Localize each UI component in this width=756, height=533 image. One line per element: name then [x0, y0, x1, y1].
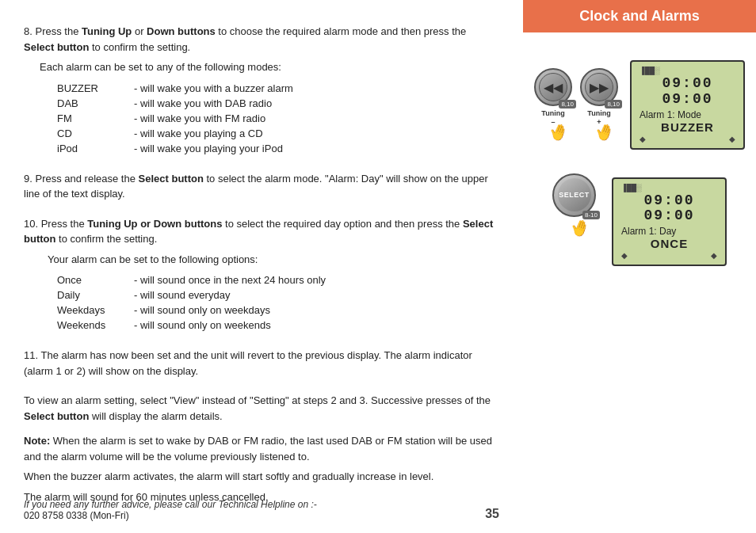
- mode-desc: - will wake you playing a CD: [130, 127, 293, 140]
- options-table: Once - will sound once in the next 24 ho…: [55, 272, 327, 333]
- table-row: Weekdays - will sound only on weekdays: [57, 303, 326, 317]
- bottom-time-row2: 09:00: [621, 208, 717, 224]
- tuning-left-num: 8,10: [559, 100, 576, 109]
- top-lcd-arrows: ◆ ◆: [640, 135, 735, 143]
- option-desc: - will sound only on weekdays: [130, 303, 326, 317]
- step-10-subtitle: Your alarm can be set to the following o…: [48, 252, 499, 268]
- step-10-bold1: Tuning Up or Down buttons: [87, 218, 222, 230]
- mode-key: DAB: [57, 97, 128, 110]
- top-lcd-time: 09:00 09:00: [640, 76, 735, 108]
- hand-select-icon: 🤚: [567, 215, 593, 240]
- footer-italic: If you need any further advice, please c…: [24, 499, 317, 510]
- bottom-image-row: SELECT 8-10 🤚 ▐██░ 09: [531, 173, 748, 267]
- bottom-lcd-battery-icon: ▐██░: [621, 184, 642, 192]
- note-section: Note: When the alarm is set to wake by D…: [24, 433, 499, 504]
- bottom-lcd-top-row: ▐██░: [621, 184, 717, 192]
- table-row: Weekends - will sound only on weekends: [57, 318, 326, 332]
- view-alarm-bold: Select button: [24, 410, 89, 422]
- tuning-left-group: ◀◀ 8,10 Tuning– 🤚: [534, 68, 572, 142]
- section-title: Clock and Alarms: [579, 8, 699, 24]
- bottom-lcd-display: ▐██░ 09:00 09:00 Alarm 1: Day ONCE ◆ ◆: [612, 177, 727, 267]
- tuning-right-group: ▶▶ 8,10 Tuning+ 🤚: [580, 68, 618, 142]
- lcd-top-row: ▐██░: [640, 67, 735, 74]
- step-8-text: 8. Press the Tuning Up or Down buttons t…: [24, 24, 499, 55]
- tuning-right-wrap: ▶▶ 8,10: [580, 68, 618, 106]
- lcd-battery-icon: ▐██░: [640, 67, 660, 74]
- view-alarm-before: To view an alarm setting, select "View" …: [24, 394, 491, 406]
- left-content: 8. Press the Tuning Up or Down buttons t…: [0, 0, 523, 533]
- step-9-before: Press and release the: [35, 173, 138, 185]
- tuning-right-arrow-icon: ▶▶: [590, 80, 609, 95]
- view-alarm-block: To view an alarm setting, select "View" …: [24, 393, 499, 424]
- step-10-text: 10. Press the Tuning Up or Down buttons …: [24, 216, 499, 247]
- view-alarm-end: will display the alarm details.: [89, 410, 222, 422]
- step-10-after: to select the required day option and th…: [222, 218, 463, 230]
- note-label: Note:: [24, 435, 50, 447]
- page-container: 8. Press the Tuning Up or Down buttons t…: [0, 0, 756, 533]
- device-images: ◀◀ 8,10 Tuning– 🤚 ▶▶: [523, 48, 756, 266]
- bottom-lcd-label: Alarm 1: Day: [621, 226, 717, 237]
- right-panel: Clock and Alarms ◀◀ 8,10 Tuning–: [523, 0, 756, 533]
- bottom-lcd-wrap: ▐██░ 09:00 09:00 Alarm 1: Day ONCE ◆ ◆: [612, 177, 727, 267]
- select-num: 8-10: [582, 211, 600, 219]
- step-8: 8. Press the Tuning Up or Down buttons t…: [24, 24, 499, 157]
- step-8-or: or: [132, 25, 147, 37]
- step-8-bold3: Select button: [24, 41, 89, 53]
- note-text1: When the alarm is set to wake by DAB or …: [24, 435, 492, 463]
- option-key: Daily: [57, 288, 128, 302]
- table-row: DAB - will wake you with DAB radio: [57, 97, 293, 110]
- section-header: Clock and Alarms: [523, 0, 756, 32]
- bottom-arrow-left-icon: ◆: [621, 251, 628, 260]
- mode-desc: - will wake you with a buzzer alarm: [130, 82, 293, 95]
- top-lcd-wrap: ▐██░ 09:00 09:00 Alarm 1: Mode BUZZER ◆ …: [630, 60, 745, 150]
- step-8-number: 8.: [24, 25, 32, 37]
- step-8-bold1: Tuning Up: [82, 25, 132, 37]
- table-row: Daily - will sound everyday: [57, 288, 326, 302]
- mode-key: BUZZER: [57, 82, 128, 95]
- top-lcd-label: Alarm 1: Mode: [640, 109, 735, 120]
- mode-key: CD: [57, 127, 128, 140]
- step-11-number: 11.: [24, 349, 38, 361]
- tuning-left-wrap: ◀◀ 8,10: [534, 68, 572, 106]
- page-number: 35: [485, 507, 499, 521]
- option-key: Once: [57, 273, 128, 287]
- table-row: Once - will sound once in the next 24 ho…: [57, 273, 326, 287]
- step-10-before: Press the: [41, 218, 88, 230]
- table-row: BUZZER - will wake you with a buzzer ala…: [57, 82, 293, 95]
- step-8-before: Press the: [35, 25, 82, 37]
- bottom-time-row1: 09:00: [621, 193, 717, 209]
- footer: If you need any further advice, please c…: [24, 499, 317, 521]
- option-key: Weekends: [57, 318, 128, 332]
- arrow-left-icon: ◆: [640, 135, 646, 143]
- mode-desc: - will wake you with FM radio: [130, 112, 293, 125]
- step-9-number: 9.: [24, 173, 32, 185]
- note-p1: Note: When the alarm is set to wake by D…: [24, 433, 499, 464]
- mode-desc: - will wake you with DAB radio: [130, 97, 293, 110]
- modes-table: BUZZER - will wake you with a buzzer ala…: [55, 80, 295, 157]
- table-row: CD - will wake you playing a CD: [57, 127, 293, 140]
- step-11: 11. The alarm has now been set and the u…: [24, 348, 499, 379]
- table-row: FM - will wake you with FM radio: [57, 112, 293, 125]
- option-desc: - will sound once in the next 24 hours o…: [130, 273, 326, 287]
- top-lcd-display: ▐██░ 09:00 09:00 Alarm 1: Mode BUZZER ◆ …: [630, 60, 745, 150]
- bottom-lcd-time: 09:00 09:00: [621, 193, 717, 225]
- step-9-bold1: Select button: [139, 173, 204, 185]
- select-label: SELECT: [559, 191, 590, 199]
- top-image-row: ◀◀ 8,10 Tuning– 🤚 ▶▶: [531, 56, 748, 150]
- top-time-row2: 09:00: [640, 92, 735, 108]
- step-9: 9. Press and release the Select button t…: [24, 171, 499, 202]
- top-lcd-value: BUZZER: [640, 120, 735, 134]
- step-10: 10. Press the Tuning Up or Down buttons …: [24, 216, 499, 334]
- top-time-row1: 09:00: [640, 76, 735, 92]
- step-8-end: to confirm the setting.: [89, 41, 190, 53]
- bottom-lcd-arrows: ◆ ◆: [621, 251, 717, 260]
- mode-key: iPod: [57, 142, 128, 155]
- select-group: SELECT 8-10 🤚: [552, 173, 596, 238]
- table-row: iPod - will wake you playing your iPod: [57, 142, 293, 155]
- mode-key: FM: [57, 112, 128, 125]
- step-11-content: The alarm has now been set and the unit …: [24, 349, 472, 377]
- tuning-left-arrow-icon: ◀◀: [544, 80, 563, 95]
- option-desc: - will sound everyday: [130, 288, 326, 302]
- step-8-subtitle: Each alarm can be set to any of the foll…: [40, 59, 499, 75]
- step-10-number: 10.: [24, 218, 38, 230]
